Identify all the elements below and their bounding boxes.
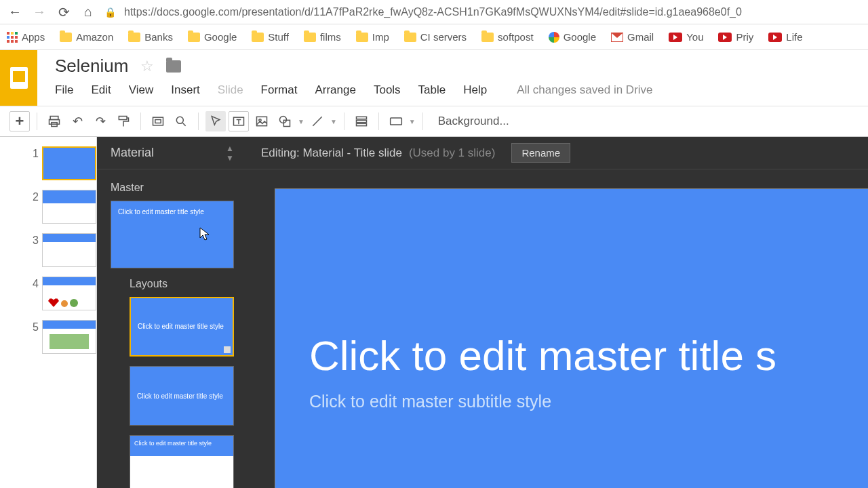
shape-icon (278, 115, 292, 128)
google-icon (549, 32, 559, 43)
layout-placeholder-text: Click to edit master title style (138, 323, 226, 330)
svg-rect-3 (119, 117, 127, 120)
zoom-button[interactable] (171, 111, 191, 131)
menu-help[interactable]: Help (463, 83, 487, 97)
paint-format-button[interactable] (113, 111, 134, 131)
move-folder-icon[interactable] (166, 60, 181, 73)
theme-name: Material (111, 146, 154, 160)
menu-tools[interactable]: Tools (374, 83, 401, 97)
master-section-label: Master (111, 182, 234, 194)
layout-title-body[interactable]: Click to edit master title style (130, 435, 234, 488)
fit-icon (151, 115, 165, 128)
svg-rect-12 (356, 117, 366, 119)
line-tool[interactable] (307, 111, 328, 131)
print-icon (47, 115, 61, 128)
bookmark-banks[interactable]: Banks (128, 31, 173, 43)
background-button[interactable]: Background... (430, 112, 517, 131)
bookmark-amazon[interactable]: Amazon (60, 31, 113, 43)
undo-button[interactable]: ↶ (67, 111, 87, 131)
browser-nav-bar: ← → ⟳ ⌂ 🔒 https://docs.google.com/presen… (0, 0, 868, 24)
menu-file[interactable]: File (55, 83, 73, 97)
svg-point-6 (176, 117, 183, 123)
slide-canvas[interactable]: Click to edit master title s Click to ed… (275, 188, 868, 488)
master-subtitle-placeholder[interactable]: Click to edit master subtitle style (309, 392, 850, 411)
keyboard-button[interactable] (386, 111, 406, 131)
shape-tool[interactable] (275, 111, 295, 131)
bookmark-gmail[interactable]: Gmail (611, 31, 654, 43)
youtube-icon (718, 33, 732, 42)
svg-rect-5 (155, 120, 161, 123)
home-button[interactable]: ⌂ (80, 4, 96, 20)
back-button[interactable]: ← (7, 4, 23, 20)
layout-section-header[interactable]: Click to edit master title style (130, 366, 234, 426)
apps-label: Apps (22, 31, 45, 43)
bookmark-stuff[interactable]: Stuff (252, 31, 289, 43)
menu-arrange[interactable]: Arrange (315, 83, 355, 97)
new-slide-button[interactable]: + (9, 111, 30, 131)
url-bar[interactable]: https://docs.google.com/presentation/d/1… (124, 6, 861, 18)
slide-thumb-4[interactable] (42, 277, 96, 310)
reload-button[interactable]: ⟳ (56, 4, 72, 20)
star-icon[interactable]: ☆ (140, 58, 154, 75)
lock-icon: 🔒 (104, 7, 116, 18)
layout-title-slide[interactable]: Click to edit master title style (130, 297, 234, 357)
textbox-icon (232, 115, 245, 128)
bookmark-google-folder[interactable]: Google (188, 31, 237, 43)
doc-title[interactable]: Selenium (55, 56, 128, 77)
slide-thumb-1[interactable] (42, 146, 96, 180)
print-button[interactable] (44, 111, 64, 131)
bookmark-priy[interactable]: Priy (718, 31, 753, 43)
master-slide-thumb[interactable]: Click to edit master title style (111, 201, 234, 268)
zoom-fit-button[interactable] (148, 111, 168, 131)
bookmark-ci-servers[interactable]: CI servers (404, 31, 467, 43)
menu-format[interactable]: Format (261, 83, 298, 97)
menu-view[interactable]: View (129, 83, 154, 97)
select-tool[interactable] (205, 111, 226, 131)
mouse-cursor-icon (199, 227, 210, 241)
slides-logo-icon (10, 67, 28, 89)
layouts-section-label: Layouts (130, 278, 234, 290)
caret-icon: ▲▼ (226, 144, 234, 163)
master-title-placeholder[interactable]: Click to edit master title s (309, 331, 850, 380)
svg-rect-14 (356, 123, 366, 125)
menu-insert[interactable]: Insert (171, 83, 200, 97)
bookmark-imp[interactable]: Imp (356, 31, 389, 43)
bookmark-google[interactable]: Google (549, 31, 596, 43)
image-tool[interactable] (252, 111, 272, 131)
slide-panel: 1 2 3 4 5 (0, 137, 97, 488)
redo-button[interactable]: ↷ (90, 111, 111, 131)
save-status: All changes saved in Drive (517, 83, 652, 97)
bookmark-you[interactable]: You (669, 31, 703, 43)
folder-icon (252, 33, 264, 42)
rename-button[interactable]: Rename (511, 143, 570, 163)
svg-rect-4 (153, 117, 163, 125)
bookmark-films[interactable]: films (304, 31, 341, 43)
canvas-area[interactable]: Click to edit master title s Click to ed… (248, 169, 868, 488)
slide-number: 2 (33, 191, 39, 203)
theme-selector[interactable]: Material ▲▼ (97, 137, 248, 169)
svg-rect-11 (283, 120, 290, 126)
slides-home[interactable] (0, 50, 37, 106)
canvas-panel: Editing: Material - Title slide (Used by… (248, 137, 868, 488)
master-panel: Material ▲▼ Master Click to edit master … (97, 137, 248, 488)
folder-icon (60, 33, 72, 42)
apps-grid-icon (7, 32, 18, 43)
slide-thumb-5[interactable] (42, 320, 96, 354)
menu-table[interactable]: Table (418, 83, 446, 97)
bookmark-life[interactable]: Life (768, 31, 802, 43)
forward-button[interactable]: → (31, 4, 47, 20)
bookmarks-bar: Apps Amazon Banks Google Stuff films Imp… (0, 24, 868, 50)
bookmark-softpost[interactable]: softpost (481, 31, 534, 43)
folder-icon (481, 33, 494, 42)
svg-rect-13 (356, 120, 366, 122)
menu-edit[interactable]: Edit (91, 83, 111, 97)
slide-number: 4 (33, 278, 39, 290)
cursor-icon (209, 115, 222, 128)
slide-thumb-2[interactable] (42, 190, 96, 224)
placeholder-icon (355, 115, 368, 128)
apps-button[interactable]: Apps (7, 31, 45, 43)
placeholder-button[interactable] (351, 111, 372, 131)
slide-thumb-3[interactable] (42, 233, 96, 267)
menu-slide[interactable]: Slide (218, 83, 243, 97)
textbox-tool[interactable] (229, 111, 249, 131)
